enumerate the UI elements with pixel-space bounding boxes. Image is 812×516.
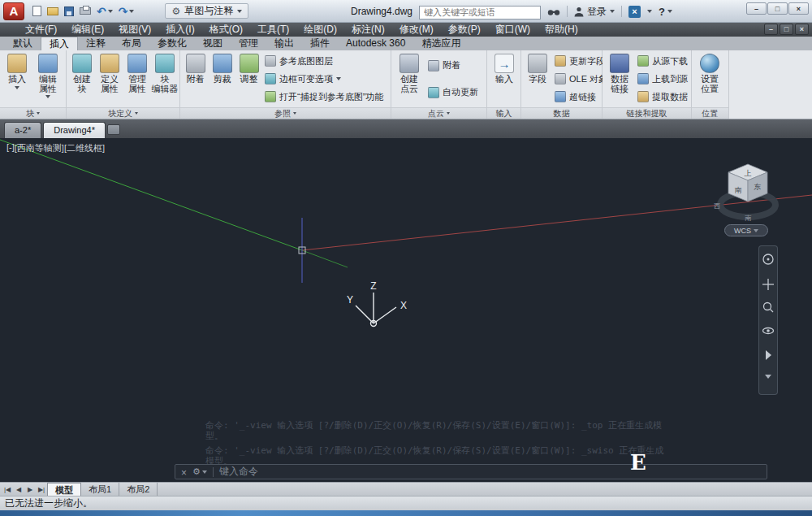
new-drawing-tab-button[interactable] xyxy=(107,124,120,135)
snap-to-underlay-button[interactable]: 打开“捕捉到参考底图”功能 xyxy=(262,89,388,105)
menu-item-modify[interactable]: 修改(M) xyxy=(392,23,441,37)
navbar-more-caret-icon[interactable] xyxy=(765,375,771,379)
pan-icon[interactable] xyxy=(762,279,774,290)
auto-update-button[interactable]: 自动更新 xyxy=(425,85,484,101)
drawing-canvas[interactable]: Z Y X [-] [西南等轴测] [二维线框] 西 南 上 南 东 WCS xyxy=(0,138,812,482)
file-tab-a2[interactable]: a-2* xyxy=(4,122,41,138)
application-menu-button[interactable]: A xyxy=(3,2,24,20)
command-input[interactable]: 键入命令 xyxy=(219,465,258,479)
panel-label-linking[interactable]: 链接和提取 xyxy=(603,107,691,119)
viewport-view-control[interactable]: [西南等轴测] xyxy=(15,142,64,154)
mdi-close-button[interactable] xyxy=(795,24,809,35)
ole-object-button[interactable]: OLE 对象 xyxy=(552,71,603,87)
tab-plugins[interactable]: 插件 xyxy=(302,37,338,50)
create-point-cloud-button[interactable]: 创建 点云 xyxy=(393,51,425,106)
menu-item-help[interactable]: 帮助(H) xyxy=(538,23,585,37)
ucs-dropdown[interactable]: WCS xyxy=(724,224,768,236)
workspace-switcher[interactable]: 草图与注释 xyxy=(165,3,248,19)
layout2-tab[interactable]: 布局2 xyxy=(119,483,158,496)
command-close-icon[interactable] xyxy=(181,465,187,479)
menu-item-window[interactable]: 窗口(W) xyxy=(488,23,538,37)
help-button[interactable]: ? xyxy=(659,6,672,18)
panel-label-import[interactable]: 输入 xyxy=(487,107,520,119)
binoculars-search-icon[interactable] xyxy=(547,7,560,16)
tab-autodesk360[interactable]: Autodesk 360 xyxy=(338,37,413,50)
import-button[interactable]: 输入 xyxy=(489,51,520,106)
panel-label-reference[interactable]: 参照 xyxy=(180,107,391,119)
tab-layout[interactable]: 布局 xyxy=(114,37,149,50)
tab-parametric[interactable]: 参数化 xyxy=(149,37,195,50)
hyperlink-button[interactable]: 超链接 xyxy=(552,89,603,105)
define-attributes-button[interactable]: 定义 属性 xyxy=(96,51,123,106)
maximize-button[interactable] xyxy=(767,2,788,15)
data-link-button[interactable]: 数据 链接 xyxy=(604,51,635,106)
exchange-apps-icon[interactable] xyxy=(628,6,641,18)
menu-item-insert[interactable]: 插入(I) xyxy=(158,23,201,37)
panel-label-block-definition[interactable]: 块定义 xyxy=(67,107,179,119)
mdi-restore-button[interactable] xyxy=(780,24,793,35)
ucs-icon[interactable] xyxy=(356,293,396,327)
model-tab[interactable]: 模型 xyxy=(47,483,81,496)
viewport-menu-control[interactable]: [-] xyxy=(6,142,15,154)
tab-insert[interactable]: 插入 xyxy=(41,37,78,50)
field-button[interactable]: 字段 xyxy=(523,51,552,106)
orbit-icon[interactable] xyxy=(763,328,774,334)
first-tab-button[interactable]: |◀ xyxy=(2,483,13,496)
viewport-visual-style-control[interactable]: [二维线框] xyxy=(64,142,105,154)
upload-to-source-button[interactable]: 上载到源 xyxy=(635,71,690,87)
search-input[interactable] xyxy=(419,6,541,20)
layout1-tab[interactable]: 布局1 xyxy=(81,483,119,496)
menu-item-tools[interactable]: 工具(T) xyxy=(250,23,296,37)
underlay-layers-button[interactable]: 参考底图图层 xyxy=(262,53,388,69)
insert-block-button[interactable]: 插入 xyxy=(2,51,32,106)
create-block-button[interactable]: 创建 块 xyxy=(68,51,96,106)
file-tab-drawing4[interactable]: Drawing4* xyxy=(43,122,106,138)
manage-attributes-button[interactable]: 管理 属性 xyxy=(123,51,151,106)
frames-dropdown[interactable]: 边框可变选项 xyxy=(262,71,388,87)
menu-item-draw[interactable]: 绘图(D) xyxy=(296,23,344,37)
showmotion-icon[interactable] xyxy=(766,350,771,360)
menu-item-edit[interactable]: 编辑(E) xyxy=(64,23,111,37)
update-fields-button[interactable]: 更新字段 xyxy=(552,53,603,69)
save-button[interactable] xyxy=(63,3,76,20)
plot-button[interactable] xyxy=(78,3,93,20)
mdi-minimize-button[interactable] xyxy=(764,24,778,35)
tab-featured-apps[interactable]: 精选应用 xyxy=(413,37,469,50)
prev-tab-button[interactable]: ◀ xyxy=(13,483,24,496)
menu-item-dimension[interactable]: 标注(N) xyxy=(344,23,392,37)
point-cloud-attach-button[interactable]: 附着 xyxy=(425,58,484,74)
panel-label-location[interactable]: 位置 xyxy=(692,107,728,119)
menu-item-parametric[interactable]: 参数(P) xyxy=(441,23,488,37)
redo-button[interactable] xyxy=(117,3,136,20)
undo-button[interactable] xyxy=(95,3,114,20)
tab-annotate[interactable]: 注释 xyxy=(78,37,114,50)
menu-item-format[interactable]: 格式(O) xyxy=(202,23,250,37)
set-location-button[interactable]: 设置 位置 xyxy=(693,51,726,106)
adjust-button[interactable]: 调整 xyxy=(235,51,262,106)
command-customize-wrench-icon[interactable] xyxy=(192,467,207,476)
edit-attribute-button[interactable]: 编辑 属性 xyxy=(32,51,63,106)
download-from-source-button[interactable]: 从源下载 xyxy=(635,53,690,69)
panel-label-point-cloud[interactable]: 点云 xyxy=(391,107,486,119)
extract-data-button[interactable]: 提取数据 xyxy=(635,89,690,105)
next-tab-button[interactable]: ▶ xyxy=(24,483,36,496)
tab-view[interactable]: 视图 xyxy=(195,37,231,50)
viewcube[interactable]: 西 南 上 南 东 WCS xyxy=(711,159,784,241)
panel-label-block[interactable]: 块 xyxy=(0,107,66,119)
zoom-icon[interactable] xyxy=(764,303,774,313)
block-editor-button[interactable]: 块 编辑器 xyxy=(151,51,179,106)
close-button[interactable] xyxy=(788,2,809,15)
tab-manage[interactable]: 管理 xyxy=(231,37,266,50)
minimize-button[interactable] xyxy=(746,2,767,15)
new-button[interactable] xyxy=(31,3,43,20)
open-button[interactable] xyxy=(45,3,60,20)
last-tab-button[interactable]: ▶| xyxy=(36,483,47,496)
tab-output[interactable]: 输出 xyxy=(266,37,302,50)
steering-wheel-icon[interactable] xyxy=(763,254,773,264)
clip-button[interactable]: 剪裁 xyxy=(209,51,235,106)
tab-default[interactable]: 默认 xyxy=(5,37,41,50)
signin-button[interactable]: 登录 xyxy=(574,5,615,19)
menu-item-file[interactable]: 文件(F) xyxy=(18,23,64,37)
attach-button[interactable]: 附着 xyxy=(182,51,209,106)
panel-label-data[interactable]: 数据 xyxy=(521,107,602,119)
